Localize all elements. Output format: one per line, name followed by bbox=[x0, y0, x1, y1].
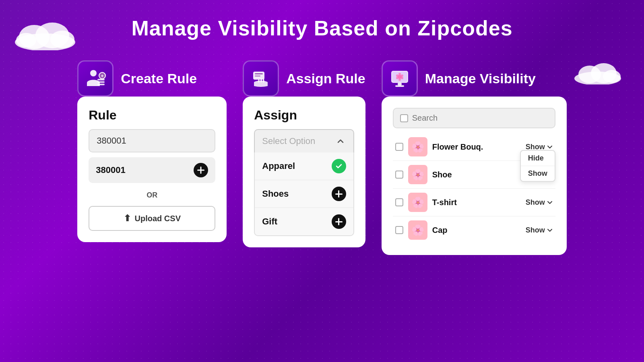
product-name-cap: Cap bbox=[432, 226, 521, 235]
rule-existing-value: 380001 bbox=[96, 165, 125, 175]
chevron-down-icon-cap bbox=[547, 227, 553, 233]
svg-text:+: + bbox=[101, 73, 104, 79]
assign-rule-card: Assign Select Option Apparel bbox=[243, 97, 365, 247]
chevron-down-icon-tshirt bbox=[547, 199, 553, 206]
product-row-cap: 🌸 Cap Show bbox=[393, 216, 555, 244]
show-button-cap[interactable]: Show bbox=[526, 226, 553, 234]
search-box bbox=[393, 108, 555, 128]
section-create-rule: + Create Rule Rule 380001 OR ⬆ Uplo bbox=[77, 60, 227, 242]
create-rule-content: Rule 380001 OR ⬆ Upload CSV bbox=[89, 108, 215, 231]
rule-input[interactable] bbox=[89, 129, 215, 152]
manage-visibility-icon-box bbox=[382, 60, 418, 97]
svg-point-3 bbox=[50, 31, 74, 48]
svg-point-22 bbox=[398, 78, 401, 81]
cloud-decoration-left bbox=[14, 20, 76, 52]
product-name-shoe: Shoe bbox=[432, 170, 521, 179]
svg-rect-28 bbox=[395, 85, 404, 87]
manage-visibility-title: Manage Visibility bbox=[425, 71, 536, 86]
product-name-flower: Flower Bouq. bbox=[432, 142, 521, 152]
svg-rect-27 bbox=[398, 83, 402, 85]
svg-rect-16 bbox=[255, 73, 263, 74]
section-header-assign-rule: Assign Rule bbox=[243, 60, 365, 97]
select-placeholder: Select Option bbox=[262, 136, 315, 146]
assign-item-shoes[interactable]: Shoes bbox=[255, 180, 353, 208]
svg-point-25 bbox=[396, 77, 398, 79]
search-checkbox[interactable] bbox=[400, 114, 408, 122]
check-green-icon bbox=[332, 159, 346, 173]
add-rule-button[interactable] bbox=[194, 163, 208, 177]
assign-rule-title: Assign Rule bbox=[286, 71, 365, 86]
or-divider: OR bbox=[89, 191, 215, 200]
page-title: Manage Visibility Based on Zipcodes bbox=[131, 16, 512, 40]
create-rule-icon: + bbox=[85, 68, 106, 89]
product-img-shoe: 🌸 bbox=[408, 165, 427, 184]
page-wrapper: Manage Visibility Based on Zipcodes bbox=[0, 0, 644, 362]
section-manage-visibility: Manage Visibility 🌸 Flower Bouq. bbox=[382, 60, 567, 255]
cards-row: + Create Rule Rule 380001 OR ⬆ Uplo bbox=[24, 60, 620, 255]
svg-rect-12 bbox=[97, 84, 105, 85]
section-assign-rule: Assign Rule Assign Select Option bbox=[243, 60, 365, 247]
add-shoes-icon bbox=[332, 187, 346, 201]
show-option-flower[interactable]: Show bbox=[521, 166, 555, 181]
upload-csv-label: Upload CSV bbox=[135, 214, 181, 223]
assign-item-apparel[interactable]: Apparel bbox=[255, 152, 353, 180]
upload-icon: ⬆ bbox=[124, 213, 131, 224]
assign-item-gift-label: Gift bbox=[262, 216, 277, 227]
section-header-create-rule: + Create Rule bbox=[77, 60, 227, 97]
add-gift-icon bbox=[332, 214, 346, 229]
product-img-flower: 🌸 bbox=[408, 137, 427, 156]
product-img-tshirt: 🌸 bbox=[408, 193, 427, 212]
assign-rule-icon bbox=[250, 68, 272, 89]
chevron-up-icon bbox=[335, 136, 346, 147]
assign-item-gift[interactable]: Gift bbox=[255, 208, 353, 235]
rule-existing-row: 380001 bbox=[89, 157, 215, 183]
svg-point-21 bbox=[398, 73, 401, 75]
rule-label: Rule bbox=[89, 108, 215, 123]
product-checkbox-cap[interactable] bbox=[395, 226, 403, 234]
product-name-tshirt: T-shirt bbox=[432, 198, 521, 207]
assign-rule-icon-box bbox=[243, 60, 279, 97]
chevron-down-icon-flower bbox=[547, 144, 553, 150]
manage-visibility-content: 🌸 Flower Bouq. Show Hide Show bbox=[393, 108, 555, 244]
show-button-tshirt[interactable]: Show bbox=[526, 198, 553, 207]
svg-point-26 bbox=[401, 77, 403, 79]
svg-rect-11 bbox=[97, 81, 105, 83]
manage-visibility-icon bbox=[389, 68, 411, 89]
product-checkbox-shoe[interactable] bbox=[395, 171, 403, 179]
search-input[interactable] bbox=[412, 113, 548, 123]
assign-item-shoes-label: Shoes bbox=[262, 189, 289, 199]
product-checkbox-tshirt[interactable] bbox=[395, 198, 403, 206]
create-rule-card: Rule 380001 OR ⬆ Upload CSV bbox=[77, 97, 227, 242]
manage-visibility-card: 🌸 Flower Bouq. Show Hide Show bbox=[382, 97, 567, 255]
show-dropdown-flower: Hide Show bbox=[520, 150, 555, 182]
assign-rule-content: Assign Select Option Apparel bbox=[254, 108, 354, 236]
create-rule-icon-box: + bbox=[77, 60, 114, 97]
assign-item-apparel-label: Apparel bbox=[262, 161, 295, 171]
header: Manage Visibility Based on Zipcodes bbox=[24, 16, 620, 40]
svg-point-8 bbox=[603, 70, 621, 83]
section-header-manage-visibility: Manage Visibility bbox=[382, 60, 567, 97]
product-row-tshirt: 🌸 T-shirt Show bbox=[393, 189, 555, 216]
product-img-cap: 🌸 bbox=[408, 220, 427, 240]
svg-point-23 bbox=[396, 74, 398, 77]
create-rule-title: Create Rule bbox=[121, 71, 197, 86]
svg-rect-10 bbox=[97, 79, 105, 80]
hide-option-flower[interactable]: Hide bbox=[521, 151, 555, 166]
upload-csv-button[interactable]: ⬆ Upload CSV bbox=[89, 206, 215, 231]
svg-point-24 bbox=[401, 74, 403, 77]
assign-label: Assign bbox=[254, 108, 354, 123]
product-row-flower: 🌸 Flower Bouq. Show Hide Show bbox=[393, 133, 555, 161]
select-option-dropdown[interactable]: Select Option bbox=[254, 129, 354, 152]
cloud-decoration-right bbox=[574, 62, 622, 86]
svg-point-9 bbox=[90, 70, 97, 76]
product-checkbox-flower[interactable] bbox=[395, 143, 403, 151]
assign-dropdown-list: Apparel Shoes bbox=[254, 152, 354, 236]
svg-rect-17 bbox=[255, 76, 260, 76]
svg-point-4 bbox=[16, 33, 36, 47]
